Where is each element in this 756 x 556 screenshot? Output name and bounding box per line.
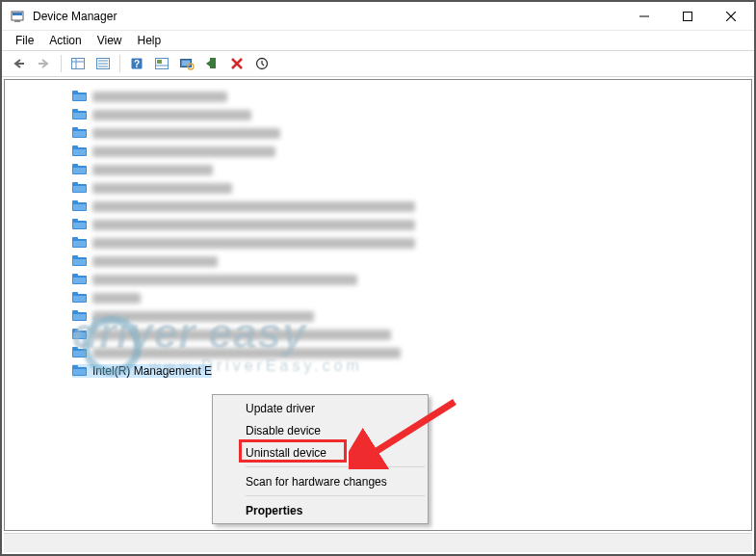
context-menu-item-props[interactable]: Properties <box>215 499 426 521</box>
device-folder-icon <box>72 126 88 140</box>
help-button[interactable]: ? <box>125 53 148 74</box>
device-folder-icon <box>72 181 88 195</box>
svg-rect-49 <box>73 223 86 228</box>
tree-node[interactable] <box>13 143 747 160</box>
svg-rect-58 <box>73 278 86 283</box>
svg-rect-22 <box>210 58 216 68</box>
device-folder-icon <box>72 254 88 268</box>
menu-help[interactable]: Help <box>130 32 169 49</box>
toolbar: ? <box>2 50 754 77</box>
device-label-blurred <box>92 238 415 249</box>
svg-rect-48 <box>72 219 78 222</box>
svg-rect-60 <box>72 292 78 295</box>
show-console-tree-button[interactable] <box>66 53 90 74</box>
device-label-blurred <box>92 256 218 267</box>
tree-node[interactable] <box>13 88 747 105</box>
toolbar-separator <box>61 55 62 72</box>
svg-rect-52 <box>73 241 86 247</box>
svg-rect-72 <box>72 365 78 368</box>
titlebar: Device Manager <box>2 2 754 31</box>
uninstall-button[interactable] <box>225 53 248 74</box>
svg-rect-69 <box>72 347 78 350</box>
tree-node[interactable] <box>13 198 747 215</box>
context-menu-separator <box>246 466 425 467</box>
device-folder-icon <box>72 163 88 176</box>
svg-text:?: ? <box>134 59 140 69</box>
menu-view[interactable]: View <box>90 32 130 49</box>
forward-button[interactable] <box>33 53 56 74</box>
device-label-blurred <box>92 201 415 212</box>
svg-rect-40 <box>73 168 86 173</box>
device-folder-icon <box>72 273 88 286</box>
svg-rect-2 <box>14 20 20 22</box>
tree-node[interactable] <box>13 252 747 270</box>
tree-node[interactable] <box>13 179 747 197</box>
close-button[interactable] <box>709 2 752 30</box>
svg-rect-4 <box>683 12 691 20</box>
menu-file[interactable]: File <box>8 32 41 49</box>
tree-node[interactable] <box>13 234 747 252</box>
statusbar <box>4 533 752 552</box>
device-label-blurred <box>92 165 213 175</box>
svg-rect-73 <box>73 369 86 375</box>
menu-action[interactable]: Action <box>41 32 89 49</box>
svg-rect-36 <box>72 146 78 148</box>
svg-rect-28 <box>73 94 86 100</box>
device-label-blurred <box>92 92 227 102</box>
update-driver-button[interactable] <box>150 53 173 74</box>
svg-rect-30 <box>72 109 78 112</box>
tree-node[interactable] <box>13 161 747 178</box>
device-label-blurred <box>92 128 280 139</box>
maximize-button[interactable] <box>665 2 709 30</box>
svg-rect-51 <box>72 237 78 240</box>
device-folder-icon <box>72 218 88 231</box>
svg-rect-39 <box>72 164 78 167</box>
device-label-blurred <box>92 110 251 120</box>
svg-rect-34 <box>73 131 86 137</box>
svg-rect-37 <box>73 149 86 155</box>
svg-rect-46 <box>73 204 86 210</box>
device-label-blurred <box>92 146 275 157</box>
context-menu-item-uninstall[interactable]: Uninstall device <box>215 441 426 463</box>
svg-rect-27 <box>72 91 78 93</box>
device-label-blurred <box>92 220 415 230</box>
svg-rect-45 <box>72 200 78 203</box>
enable-device-button[interactable] <box>250 53 274 74</box>
device-folder-icon <box>72 90 88 103</box>
back-button[interactable] <box>8 53 31 74</box>
svg-rect-61 <box>73 296 86 302</box>
scan-hardware-button[interactable] <box>175 53 198 74</box>
context-menu-item-update[interactable]: Update driver <box>215 397 426 419</box>
context-menu-item-disable[interactable]: Disable device <box>215 419 426 441</box>
device-folder-icon <box>72 309 88 323</box>
device-label-blurred <box>92 293 141 304</box>
tree-node[interactable] <box>13 271 747 288</box>
svg-rect-55 <box>73 259 86 265</box>
minimize-button[interactable] <box>622 2 665 30</box>
svg-rect-1 <box>13 13 22 15</box>
svg-rect-54 <box>72 255 78 258</box>
watermark-logo-icon <box>82 316 142 376</box>
tree-node[interactable] <box>13 289 747 306</box>
svg-rect-31 <box>73 113 86 119</box>
svg-rect-57 <box>72 274 78 277</box>
tree-node[interactable] <box>13 216 747 233</box>
tree-node[interactable] <box>13 106 747 123</box>
properties-button[interactable] <box>91 53 115 74</box>
annotation-highlight-box <box>239 439 347 463</box>
device-folder-icon <box>72 364 88 378</box>
svg-rect-17 <box>157 60 162 64</box>
add-legacy-hardware-button[interactable] <box>200 53 223 74</box>
device-folder-icon <box>72 199 88 213</box>
app-icon <box>10 9 25 24</box>
svg-rect-42 <box>72 182 78 185</box>
device-label-blurred <box>92 183 232 194</box>
svg-rect-64 <box>73 314 86 320</box>
context-menu-item-scan[interactable]: Scan for hardware changes <box>215 470 426 492</box>
svg-rect-66 <box>72 329 78 331</box>
svg-rect-63 <box>72 310 78 313</box>
tree-node[interactable] <box>13 124 747 142</box>
toolbar-separator <box>119 55 120 72</box>
svg-rect-7 <box>72 59 85 69</box>
context-menu-separator <box>246 495 425 496</box>
